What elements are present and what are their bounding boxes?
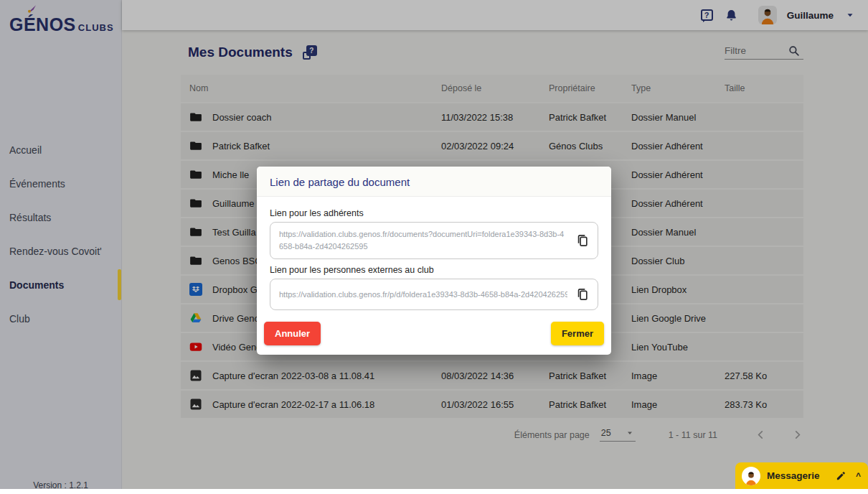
copy-member-link-icon[interactable] bbox=[573, 231, 592, 250]
cancel-button[interactable]: Annuler bbox=[264, 322, 321, 345]
member-link-value[interactable]: https://validation.clubs.genos.fr/docume… bbox=[279, 228, 567, 253]
messenger-bar[interactable]: Messagerie ^ bbox=[735, 462, 868, 489]
compose-pencil-icon[interactable] bbox=[836, 470, 846, 481]
collapse-chevron-icon[interactable]: ^ bbox=[856, 471, 861, 481]
copy-external-link-icon[interactable] bbox=[573, 285, 592, 304]
external-link-value[interactable]: https://validation.clubs.genos.fr/p/d/fo… bbox=[279, 289, 567, 301]
member-link-field: https://validation.clubs.genos.fr/docume… bbox=[270, 222, 598, 259]
messenger-label: Messagerie bbox=[767, 470, 829, 481]
member-link-label: Lien pour les adhérents bbox=[270, 208, 598, 218]
external-link-label: Lien pour les personnes externes au club bbox=[270, 265, 598, 275]
messenger-avatar bbox=[742, 467, 760, 485]
external-link-field: https://validation.clubs.genos.fr/p/d/fo… bbox=[270, 279, 598, 310]
share-link-modal: Lien de partage du document Lien pour le… bbox=[257, 167, 611, 355]
bottom-strip bbox=[0, 489, 868, 494]
close-button[interactable]: Fermer bbox=[551, 322, 604, 345]
modal-title: Lien de partage du document bbox=[257, 167, 611, 197]
